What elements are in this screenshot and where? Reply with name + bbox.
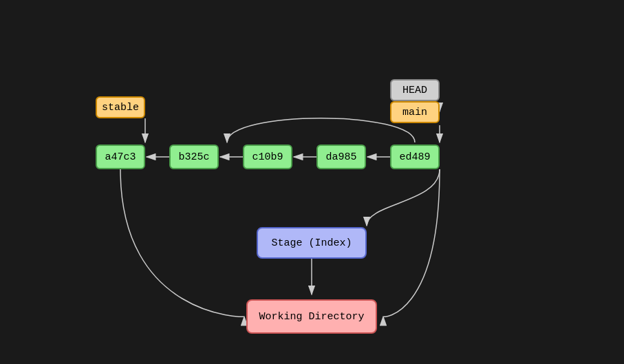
commit-c10b9: c10b9 (243, 144, 292, 169)
commit-da985-text: da985 (325, 151, 356, 163)
branch-main-text: main (402, 107, 427, 118)
arrow-ed489-stage (367, 169, 440, 226)
commit-a47c3: a47c3 (96, 144, 145, 169)
branch-main: main (390, 101, 440, 123)
commit-a47c3-text: a47c3 (105, 151, 136, 163)
branch-stable-text: stable (102, 102, 139, 114)
commit-b325c: b325c (169, 144, 219, 169)
arc-a47c3-workdir (120, 169, 244, 317)
head-text: HEAD (402, 85, 427, 96)
stage-box: Stage (Index) (257, 227, 367, 259)
arc-ed489-b325c (227, 118, 415, 142)
workdir-text: Working Directory (259, 311, 364, 323)
commit-da985: da985 (316, 144, 366, 169)
branch-stable: stable (96, 96, 145, 118)
head-label: HEAD (390, 79, 440, 101)
workdir-box: Working Directory (246, 299, 377, 334)
stage-text: Stage (Index) (271, 237, 352, 249)
commit-b325c-text: b325c (178, 151, 209, 163)
commit-c10b9-text: c10b9 (252, 151, 283, 163)
commit-ed489-text: ed489 (399, 151, 430, 163)
arc-ed489-workdir (383, 169, 440, 317)
commit-ed489: ed489 (390, 144, 440, 169)
